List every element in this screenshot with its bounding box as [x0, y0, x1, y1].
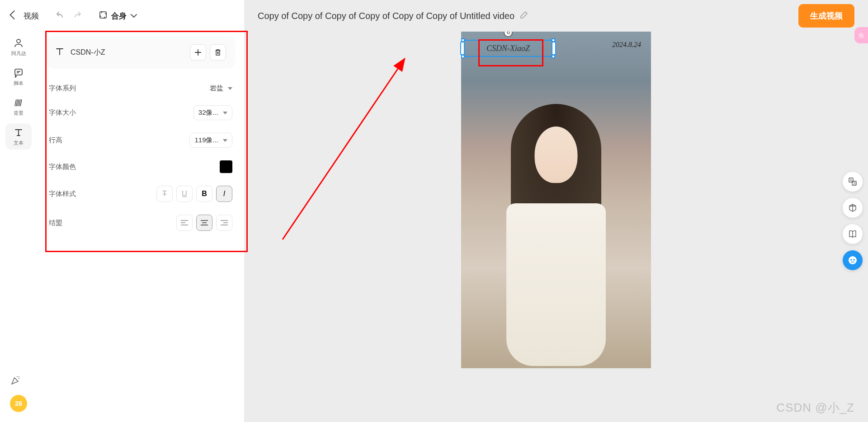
chevron-down-icon [228, 87, 232, 90]
toolbar-script-label: 脚本 [14, 80, 24, 87]
font-family-label: 字体系列 [49, 84, 76, 93]
font-color-swatch[interactable] [220, 160, 232, 173]
fit-label: 合身 [111, 11, 127, 21]
toolbar-script[interactable]: 脚本 [5, 64, 32, 90]
generate-video-button[interactable]: 生成视频 [798, 4, 854, 28]
font-style-label: 字体样式 [49, 190, 76, 198]
resize-handle-bl[interactable] [461, 55, 465, 58]
background-icon [13, 97, 24, 108]
text-t-icon [55, 47, 64, 58]
fit-dropdown[interactable]: 合身 [99, 10, 137, 21]
toolbar-background-label: 背景 [14, 110, 24, 117]
svg-point-25 [19, 376, 19, 377]
line-height-label: 行高 [49, 136, 62, 145]
svg-text:文: 文 [853, 182, 856, 185]
crop-icon [99, 10, 108, 21]
underline-button[interactable]: U [176, 186, 193, 202]
undo-icon[interactable] [56, 10, 65, 21]
toolbar-text-label: 文本 [14, 140, 24, 146]
svg-point-23 [17, 376, 18, 377]
line-height-dropdown[interactable]: 119像... [189, 133, 232, 148]
resize-handle-left[interactable] [460, 42, 465, 55]
svg-text:A: A [850, 178, 852, 182]
edit-title-icon[interactable] [520, 11, 528, 21]
svg-rect-0 [100, 12, 106, 18]
resize-handle-tr[interactable] [552, 38, 555, 42]
overlay-text: CSDN-XiaoZ [463, 41, 553, 56]
toolbar-avatar-label: 阿凡达 [11, 50, 26, 57]
font-size-label: 字体大小 [49, 108, 76, 117]
side-tab-pink[interactable]: 虫 [854, 27, 868, 43]
align-left-button[interactable] [176, 215, 193, 231]
align-right-button[interactable] [216, 215, 232, 231]
watermark: CSDN @小_Z [776, 400, 854, 416]
svg-rect-2 [15, 69, 22, 75]
delete-text-button[interactable] [210, 44, 226, 61]
text-selection-box[interactable]: ↻ CSDN-XiaoZ [462, 40, 554, 57]
align-center-button[interactable] [196, 215, 212, 231]
resize-handle-tl[interactable] [461, 38, 465, 42]
font-family-dropdown[interactable]: 岩盐 [210, 84, 232, 93]
cube-icon[interactable] [843, 198, 863, 218]
avatar-icon [13, 38, 24, 48]
toolbar-background[interactable]: 背景 [5, 94, 32, 120]
resize-handle-br[interactable] [552, 55, 555, 58]
video-title: Copy of Copy of Copy of Copy of Copy of … [258, 11, 514, 21]
text-item-card[interactable]: CSDN-小Z [46, 36, 235, 69]
chevron-down-icon [223, 112, 227, 114]
date-overlay: 2024.8.24 [612, 41, 641, 49]
svg-point-18 [849, 256, 857, 264]
toolbar-avatar[interactable]: 阿凡达 [5, 34, 32, 60]
chevron-down-icon [223, 139, 227, 142]
section-title: 视频 [24, 11, 39, 21]
svg-point-1 [17, 39, 20, 43]
rotate-handle[interactable]: ↻ [504, 32, 513, 37]
font-color-label: 字体颜色 [49, 163, 76, 171]
chevron-down-icon [130, 14, 137, 18]
resize-handle-right[interactable] [552, 42, 556, 55]
bold-button[interactable]: B [196, 186, 212, 202]
text-value: CSDN-小Z [71, 48, 105, 57]
redo-icon[interactable] [72, 10, 81, 21]
text-icon [13, 127, 24, 138]
book-icon[interactable] [843, 224, 863, 244]
add-text-button[interactable] [190, 44, 206, 61]
figure-placeholder [484, 104, 628, 366]
assistant-icon[interactable] [843, 250, 863, 270]
video-frame[interactable]: 2024.8.24 ↻ CSDN-XiaoZ [461, 32, 651, 368]
script-icon [13, 67, 24, 78]
italic-button[interactable]: I [216, 186, 232, 202]
strikethrough-button[interactable]: T [156, 186, 173, 202]
font-size-dropdown[interactable]: 32像... [193, 105, 232, 120]
toolbar-text[interactable]: 文本 [5, 123, 32, 150]
align-label: 结盟 [49, 219, 62, 227]
back-button[interactable] [9, 10, 15, 22]
svg-point-24 [19, 378, 19, 379]
svg-point-19 [850, 259, 852, 261]
celebrate-icon[interactable] [10, 375, 21, 389]
translate-icon[interactable]: A文 [843, 172, 863, 192]
svg-point-20 [853, 259, 855, 261]
badge-count[interactable]: 28 [10, 395, 27, 412]
